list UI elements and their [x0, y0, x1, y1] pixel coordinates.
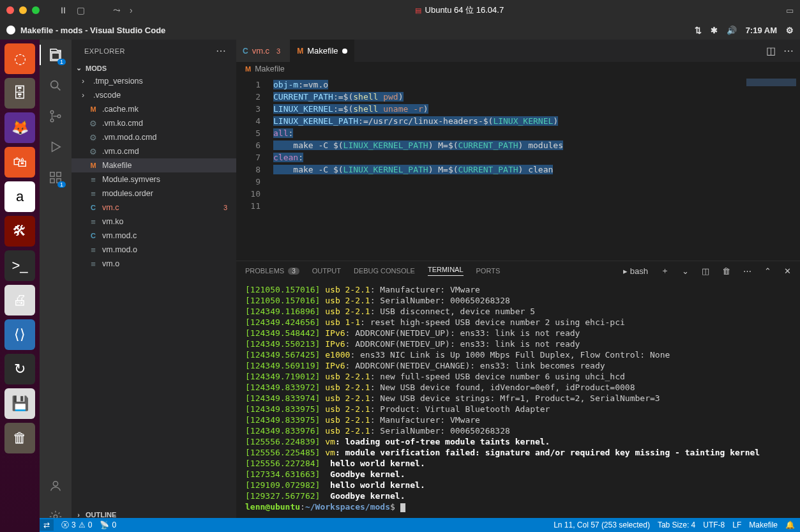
section-mods[interactable]: ⌄ MODS — [72, 62, 236, 74]
tool-icon[interactable]: ⤳ — [113, 5, 121, 15]
file-.tmp_versions[interactable]: ›.tmp_versions — [72, 74, 236, 88]
panel-tabs: PROBLEMS 3 OUTPUT DEBUG CONSOLE TERMINAL… — [236, 261, 800, 280]
activity-source-control[interactable] — [47, 107, 64, 125]
trash-icon[interactable]: 🗑 — [4, 423, 35, 453]
status-cursor[interactable]: Ln 11, Col 57 (253 selected) — [554, 521, 650, 529]
editor-tabs: Cvm.c3MMakefile ◫ ⋯ — [236, 40, 800, 62]
status-encoding[interactable]: UTF-8 — [703, 521, 725, 529]
ubuntu-top-bar: Makefile - mods - Visual Studio Code ⇅ ✱… — [0, 20, 800, 40]
code-editor[interactable]: 1234567891011 obj-m:=vm.oCURRENT_PATH:=$… — [236, 76, 800, 261]
extensions-badge: 1 — [57, 181, 66, 188]
trash-icon[interactable]: 🗑 — [722, 266, 730, 276]
shell-picker[interactable]: ▸ bash — [623, 266, 648, 276]
volume-icon[interactable]: 🔊 — [727, 26, 737, 35]
gear-icon[interactable]: ⚙ — [786, 26, 794, 35]
vscode-icon[interactable]: ⟨⟩ — [4, 319, 35, 350]
activity-explorer[interactable]: 1 — [47, 46, 64, 64]
close-icon[interactable] — [6, 6, 14, 14]
snapshot-icon[interactable]: ▢ — [77, 5, 85, 15]
network-icon[interactable]: ⇅ — [695, 26, 702, 35]
activity-account[interactable] — [47, 477, 64, 495]
file-.vm.o.cmd[interactable]: ⚙.vm.o.cmd — [72, 144, 236, 158]
sidebar-title: EXPLORER — [84, 47, 125, 55]
more-actions-icon[interactable]: ⋯ — [783, 45, 794, 57]
tab-problems[interactable]: PROBLEMS 3 — [245, 267, 299, 275]
maximize-window-icon[interactable]: ▭ — [786, 6, 794, 15]
file-vm.ko[interactable]: ≡vm.ko — [72, 215, 236, 229]
line-gutter: 1234567891011 — [236, 76, 268, 261]
minimap[interactable] — [743, 76, 800, 261]
status-eol[interactable]: LF — [732, 521, 741, 529]
svg-rect-7 — [57, 172, 61, 176]
breadcrumb[interactable]: M Makefile — [236, 62, 800, 76]
firefox-icon[interactable]: 🦊 — [4, 112, 35, 143]
code-content[interactable]: obj-m:=vm.oCURRENT_PATH:=$(shell pwd)LIN… — [268, 76, 743, 261]
chevron-down-icon[interactable]: ⌄ — [682, 266, 689, 276]
status-bar: ⇄ ⓧ 3 ⚠ 0 📡 0 Ln 11, Col 57 (253 selecte… — [40, 518, 800, 532]
file-modules.order[interactable]: ≡modules.order — [72, 186, 236, 201]
status-tab-size[interactable]: Tab Size: 4 — [658, 521, 695, 529]
amazon-icon[interactable]: a — [4, 181, 35, 212]
split-terminal-icon[interactable]: ◫ — [702, 266, 709, 276]
software-icon[interactable]: 🛍 — [4, 147, 35, 178]
chevron-up-icon[interactable]: ⌃ — [764, 266, 771, 276]
disk-icon[interactable]: 💾 — [4, 388, 35, 419]
lines-icon: ≡ — [88, 175, 98, 185]
printer-icon[interactable]: 🖨 — [4, 285, 35, 315]
status-radio[interactable]: 📡 0 — [100, 521, 116, 529]
sidebar-more-icon[interactable]: ⋯ — [216, 45, 227, 57]
new-terminal-icon[interactable]: ＋ — [661, 265, 669, 277]
status-bell-icon[interactable]: 🔔 — [785, 521, 795, 529]
gear-icon: ⚙ — [88, 133, 98, 142]
svg-point-0 — [51, 81, 58, 88]
gear-icon: ⚙ — [88, 119, 98, 128]
status-errors[interactable]: ⓧ 3 ⚠ 0 — [61, 520, 92, 531]
settings-icon[interactable]: 🛠 — [4, 216, 35, 247]
close-panel-icon[interactable]: ✕ — [784, 266, 791, 276]
tab-vm.c[interactable]: Cvm.c3 — [236, 40, 291, 62]
split-editor-icon[interactable]: ◫ — [766, 45, 776, 57]
terminal-icon[interactable]: >_ — [4, 250, 35, 281]
activity-search[interactable] — [47, 77, 64, 95]
file-Makefile[interactable]: MMakefile — [72, 158, 236, 172]
tab-terminal[interactable]: TERMINAL — [428, 266, 464, 276]
sidebar: EXPLORER ⋯ ⌄ MODS ›.tmp_versions›.vscode… — [72, 40, 236, 532]
file-vm.o[interactable]: ≡vm.o — [72, 257, 236, 271]
svg-point-10 — [53, 482, 57, 486]
tab-output[interactable]: OUTPUT — [312, 267, 341, 275]
vm-title: ▤ Ubuntu 64 位 16.04.7 — [133, 4, 786, 16]
tab-Makefile[interactable]: MMakefile — [291, 40, 354, 62]
remote-indicator[interactable]: ⇄ — [40, 519, 54, 531]
svg-rect-6 — [50, 172, 54, 176]
file-.vm.mod.o.cmd[interactable]: ⚙.vm.mod.o.cmd — [72, 130, 236, 144]
maximize-icon[interactable] — [32, 6, 40, 14]
section-label: MODS — [86, 65, 107, 72]
ubuntu-icon[interactable]: ◌ — [4, 43, 35, 74]
update-icon[interactable]: ↻ — [4, 354, 35, 384]
pause-icon[interactable]: ⏸ — [59, 5, 68, 15]
bluetooth-icon[interactable]: ✱ — [711, 26, 718, 35]
svg-point-4 — [57, 115, 61, 118]
bottom-panel: PROBLEMS 3 OUTPUT DEBUG CONSOLE TERMINAL… — [236, 261, 800, 532]
file-.vscode[interactable]: ›.vscode — [72, 88, 236, 102]
mk-icon: M — [88, 162, 98, 169]
file-vm.mod.c[interactable]: Cvm.mod.c — [72, 229, 236, 243]
tab-debug-console[interactable]: DEBUG CONSOLE — [354, 267, 415, 275]
activity-debug[interactable] — [47, 138, 64, 156]
files-icon[interactable]: 🗄 — [4, 78, 35, 109]
activity-extensions[interactable]: 1 — [47, 169, 64, 186]
minimize-icon[interactable] — [19, 6, 27, 14]
svg-line-1 — [57, 87, 61, 91]
tab-ports[interactable]: PORTS — [476, 267, 501, 275]
file-Module.symvers[interactable]: ≡Module.symvers — [72, 172, 236, 186]
more-icon[interactable]: ⋯ — [743, 266, 751, 276]
clock[interactable]: 7:19 AM — [746, 26, 777, 35]
file-.vm.ko.cmd[interactable]: ⚙.vm.ko.cmd — [72, 116, 236, 130]
terminal-output[interactable]: [121050.157016] usb 2-2.1: Manufacturer:… — [236, 280, 800, 532]
file-vm.mod.o[interactable]: ≡vm.mod.o — [72, 243, 236, 257]
dirty-dot-icon — [342, 49, 347, 54]
file-.cache.mk[interactable]: M.cache.mk — [72, 102, 236, 116]
window-title: Makefile - mods - Visual Studio Code — [20, 26, 165, 35]
file-vm.c[interactable]: Cvm.c3 — [72, 201, 236, 215]
status-language[interactable]: Makefile — [749, 521, 778, 529]
